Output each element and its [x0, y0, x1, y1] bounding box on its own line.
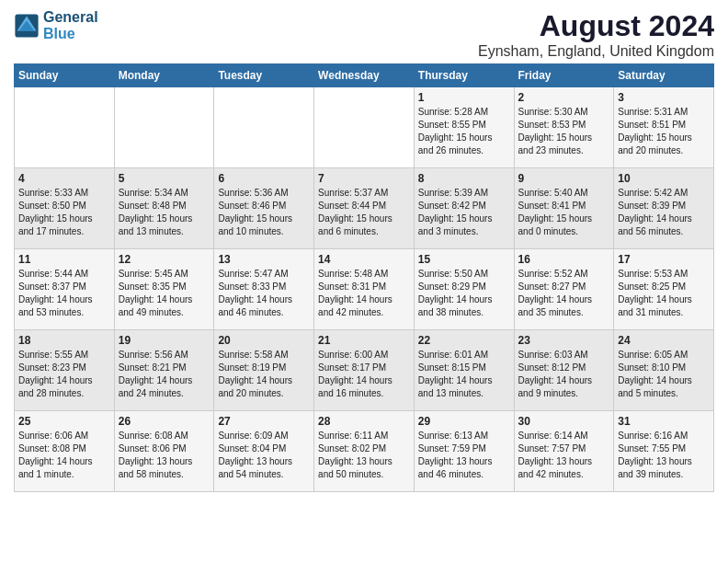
day-number: 29 [418, 415, 510, 428]
day-number: 16 [518, 253, 610, 266]
day-info: Sunrise: 5:42 AM Sunset: 8:39 PM Dayligh… [618, 187, 710, 238]
day-info: Sunrise: 6:03 AM Sunset: 8:12 PM Dayligh… [518, 349, 610, 400]
calendar-cell: 2Sunrise: 5:30 AM Sunset: 8:53 PM Daylig… [514, 87, 614, 168]
calendar-cell: 21Sunrise: 6:00 AM Sunset: 8:17 PM Dayli… [314, 330, 415, 411]
day-number: 26 [119, 415, 210, 428]
calendar-cell: 15Sunrise: 5:50 AM Sunset: 8:29 PM Dayli… [414, 249, 514, 330]
day-info: Sunrise: 5:50 AM Sunset: 8:29 PM Dayligh… [418, 268, 510, 319]
calendar-cell [214, 87, 314, 168]
col-sunday: Sunday [15, 64, 115, 87]
day-number: 15 [418, 253, 510, 266]
calendar-cell [15, 87, 115, 168]
day-number: 22 [418, 334, 510, 347]
page-subtitle: Eynsham, England, United Kingdom [478, 43, 714, 60]
calendar-cell: 23Sunrise: 6:03 AM Sunset: 8:12 PM Dayli… [514, 330, 614, 411]
day-info: Sunrise: 5:55 AM Sunset: 8:23 PM Dayligh… [18, 349, 110, 400]
day-number: 14 [318, 253, 410, 266]
calendar-cell: 19Sunrise: 5:56 AM Sunset: 8:21 PM Dayli… [114, 330, 214, 411]
day-number: 21 [318, 334, 410, 347]
calendar-cell: 26Sunrise: 6:08 AM Sunset: 8:06 PM Dayli… [114, 411, 214, 492]
day-info: Sunrise: 5:30 AM Sunset: 8:53 PM Dayligh… [518, 106, 610, 157]
calendar-cell: 11Sunrise: 5:44 AM Sunset: 8:37 PM Dayli… [15, 249, 115, 330]
day-number: 25 [18, 415, 110, 428]
calendar-cell: 16Sunrise: 5:52 AM Sunset: 8:27 PM Dayli… [514, 249, 614, 330]
day-number: 19 [119, 334, 210, 347]
day-number: 28 [318, 415, 410, 428]
logo-area: General Blue [14, 9, 98, 41]
header: General Blue August 2024 Eynsham, Englan… [14, 9, 714, 60]
col-wednesday: Wednesday [314, 64, 415, 87]
day-info: Sunrise: 6:09 AM Sunset: 8:04 PM Dayligh… [218, 430, 310, 481]
day-info: Sunrise: 5:31 AM Sunset: 8:51 PM Dayligh… [618, 106, 710, 157]
calendar-cell: 7Sunrise: 5:37 AM Sunset: 8:44 PM Daylig… [314, 168, 415, 249]
day-number: 5 [119, 172, 210, 185]
day-info: Sunrise: 6:11 AM Sunset: 8:02 PM Dayligh… [318, 430, 410, 481]
logo-line2: Blue [43, 26, 75, 41]
day-info: Sunrise: 5:56 AM Sunset: 8:21 PM Dayligh… [119, 349, 210, 400]
calendar-cell: 6Sunrise: 5:36 AM Sunset: 8:46 PM Daylig… [214, 168, 314, 249]
calendar-cell: 13Sunrise: 5:47 AM Sunset: 8:33 PM Dayli… [214, 249, 314, 330]
calendar-cell: 1Sunrise: 5:28 AM Sunset: 8:55 PM Daylig… [414, 87, 514, 168]
day-info: Sunrise: 5:44 AM Sunset: 8:37 PM Dayligh… [18, 268, 110, 319]
calendar-cell: 27Sunrise: 6:09 AM Sunset: 8:04 PM Dayli… [214, 411, 314, 492]
day-number: 12 [119, 253, 210, 266]
calendar-cell: 14Sunrise: 5:48 AM Sunset: 8:31 PM Dayli… [314, 249, 415, 330]
day-number: 11 [18, 253, 110, 266]
calendar-cell: 17Sunrise: 5:53 AM Sunset: 8:25 PM Dayli… [614, 249, 714, 330]
day-info: Sunrise: 6:00 AM Sunset: 8:17 PM Dayligh… [318, 349, 410, 400]
day-number: 30 [518, 415, 610, 428]
day-number: 2 [518, 91, 610, 104]
calendar-cell: 30Sunrise: 6:14 AM Sunset: 7:57 PM Dayli… [514, 411, 614, 492]
day-info: Sunrise: 5:47 AM Sunset: 8:33 PM Dayligh… [218, 268, 310, 319]
calendar-cell: 25Sunrise: 6:06 AM Sunset: 8:08 PM Dayli… [15, 411, 115, 492]
calendar-table: Sunday Monday Tuesday Wednesday Thursday… [14, 63, 714, 492]
day-info: Sunrise: 5:53 AM Sunset: 8:25 PM Dayligh… [618, 268, 710, 319]
logo-text: General Blue [43, 9, 98, 41]
day-number: 20 [218, 334, 310, 347]
calendar-cell: 9Sunrise: 5:40 AM Sunset: 8:41 PM Daylig… [514, 168, 614, 249]
col-tuesday: Tuesday [214, 64, 314, 87]
day-info: Sunrise: 5:58 AM Sunset: 8:19 PM Dayligh… [218, 349, 310, 400]
day-info: Sunrise: 5:40 AM Sunset: 8:41 PM Dayligh… [518, 187, 610, 238]
calendar-cell: 29Sunrise: 6:13 AM Sunset: 7:59 PM Dayli… [414, 411, 514, 492]
calendar-cell: 20Sunrise: 5:58 AM Sunset: 8:19 PM Dayli… [214, 330, 314, 411]
col-friday: Friday [514, 64, 614, 87]
day-info: Sunrise: 5:45 AM Sunset: 8:35 PM Dayligh… [119, 268, 210, 319]
calendar-cell [314, 87, 415, 168]
day-info: Sunrise: 5:36 AM Sunset: 8:46 PM Dayligh… [218, 187, 310, 238]
calendar-cell: 12Sunrise: 5:45 AM Sunset: 8:35 PM Dayli… [114, 249, 214, 330]
calendar-cell: 28Sunrise: 6:11 AM Sunset: 8:02 PM Dayli… [314, 411, 415, 492]
calendar-cell: 4Sunrise: 5:33 AM Sunset: 8:50 PM Daylig… [15, 168, 115, 249]
day-number: 18 [18, 334, 110, 347]
calendar-cell: 5Sunrise: 5:34 AM Sunset: 8:48 PM Daylig… [114, 168, 214, 249]
col-monday: Monday [114, 64, 214, 87]
day-info: Sunrise: 5:34 AM Sunset: 8:48 PM Dayligh… [119, 187, 210, 238]
day-number: 3 [618, 91, 710, 104]
day-number: 17 [618, 253, 710, 266]
day-info: Sunrise: 6:14 AM Sunset: 7:57 PM Dayligh… [518, 430, 610, 481]
day-info: Sunrise: 6:16 AM Sunset: 7:55 PM Dayligh… [618, 430, 710, 481]
day-info: Sunrise: 5:39 AM Sunset: 8:42 PM Dayligh… [418, 187, 510, 238]
logo-icon [14, 13, 40, 39]
day-number: 8 [418, 172, 510, 185]
day-info: Sunrise: 6:01 AM Sunset: 8:15 PM Dayligh… [418, 349, 510, 400]
day-info: Sunrise: 6:06 AM Sunset: 8:08 PM Dayligh… [18, 430, 110, 481]
calendar-week-3: 11Sunrise: 5:44 AM Sunset: 8:37 PM Dayli… [15, 249, 714, 330]
calendar-cell: 22Sunrise: 6:01 AM Sunset: 8:15 PM Dayli… [414, 330, 514, 411]
day-number: 27 [218, 415, 310, 428]
calendar-cell: 18Sunrise: 5:55 AM Sunset: 8:23 PM Dayli… [15, 330, 115, 411]
calendar-cell: 31Sunrise: 6:16 AM Sunset: 7:55 PM Dayli… [614, 411, 714, 492]
day-number: 23 [518, 334, 610, 347]
day-info: Sunrise: 5:52 AM Sunset: 8:27 PM Dayligh… [518, 268, 610, 319]
calendar-week-5: 25Sunrise: 6:06 AM Sunset: 8:08 PM Dayli… [15, 411, 714, 492]
col-saturday: Saturday [614, 64, 714, 87]
day-number: 13 [218, 253, 310, 266]
day-number: 7 [318, 172, 410, 185]
page-title: August 2024 [478, 9, 714, 43]
title-area: August 2024 Eynsham, England, United Kin… [478, 9, 714, 60]
day-info: Sunrise: 5:33 AM Sunset: 8:50 PM Dayligh… [18, 187, 110, 238]
calendar-cell: 8Sunrise: 5:39 AM Sunset: 8:42 PM Daylig… [414, 168, 514, 249]
day-info: Sunrise: 6:05 AM Sunset: 8:10 PM Dayligh… [618, 349, 710, 400]
day-info: Sunrise: 5:37 AM Sunset: 8:44 PM Dayligh… [318, 187, 410, 238]
day-number: 6 [218, 172, 310, 185]
